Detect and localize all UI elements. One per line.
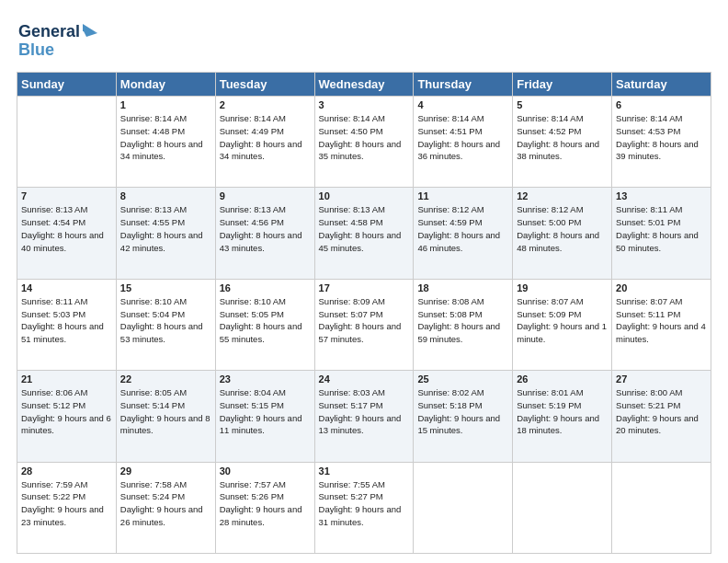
calendar-cell: 18Sunrise: 8:08 AMSunset: 5:08 PMDayligh… [414, 279, 513, 370]
calendar-cell [17, 97, 117, 188]
calendar-cell: 27Sunrise: 8:00 AMSunset: 5:21 PMDayligh… [612, 371, 711, 462]
day-info: Sunrise: 8:13 AMSunset: 4:56 PMDaylight:… [220, 204, 302, 252]
calendar-cell: 4Sunrise: 8:14 AMSunset: 4:51 PMDaylight… [414, 97, 513, 188]
day-number: 15 [120, 282, 211, 293]
day-info: Sunrise: 7:59 AMSunset: 5:22 PMDaylight:… [21, 479, 104, 527]
calendar-cell: 2Sunrise: 8:14 AMSunset: 4:49 PMDaylight… [215, 97, 314, 188]
calendar-cell [513, 462, 612, 553]
day-number: 16 [220, 282, 311, 293]
calendar-cell: 9Sunrise: 8:13 AMSunset: 4:56 PMDaylight… [215, 188, 314, 279]
day-number: 5 [517, 99, 608, 110]
day-info: Sunrise: 8:10 AMSunset: 5:04 PMDaylight:… [120, 296, 203, 344]
calendar-cell: 3Sunrise: 8:14 AMSunset: 4:50 PMDaylight… [314, 97, 414, 188]
weekday-sunday: Sunday [17, 73, 117, 97]
weekday-tuesday: Tuesday [215, 73, 314, 97]
day-number: 21 [21, 373, 112, 385]
header: General Blue [17, 17, 711, 63]
day-number: 31 [319, 465, 410, 477]
day-number: 4 [417, 99, 508, 110]
day-info: Sunrise: 8:10 AMSunset: 5:05 PMDaylight:… [220, 296, 302, 344]
day-number: 23 [220, 373, 311, 385]
day-info: Sunrise: 8:11 AMSunset: 5:01 PMDaylight:… [616, 204, 699, 252]
weekday-saturday: Saturday [612, 73, 711, 97]
day-number: 1 [120, 99, 211, 110]
day-number: 8 [120, 190, 211, 201]
day-info: Sunrise: 7:55 AMSunset: 5:27 PMDaylight:… [319, 479, 402, 527]
day-number: 13 [616, 190, 707, 201]
calendar-cell: 1Sunrise: 8:14 AMSunset: 4:48 PMDaylight… [116, 97, 215, 188]
day-number: 12 [517, 190, 608, 201]
week-row-3: 21Sunrise: 8:06 AMSunset: 5:12 PMDayligh… [17, 371, 711, 462]
day-info: Sunrise: 8:09 AMSunset: 5:07 PMDaylight:… [319, 296, 402, 344]
calendar-cell: 25Sunrise: 8:02 AMSunset: 5:18 PMDayligh… [414, 371, 513, 462]
page: General Blue SundayMondayTuesdayWednesda… [0, 0, 728, 563]
calendar-cell [612, 462, 711, 553]
calendar-cell: 7Sunrise: 8:13 AMSunset: 4:54 PMDaylight… [17, 188, 117, 279]
day-info: Sunrise: 8:12 AMSunset: 5:00 PMDaylight:… [517, 204, 599, 252]
weekday-wednesday: Wednesday [314, 73, 414, 97]
day-number: 25 [417, 373, 508, 385]
calendar-cell: 14Sunrise: 8:11 AMSunset: 5:03 PMDayligh… [17, 279, 117, 370]
day-info: Sunrise: 8:14 AMSunset: 4:48 PMDaylight:… [120, 113, 203, 161]
day-number: 22 [120, 373, 211, 385]
logo: General Blue [17, 17, 99, 63]
day-info: Sunrise: 8:14 AMSunset: 4:52 PMDaylight:… [517, 113, 599, 161]
day-info: Sunrise: 8:14 AMSunset: 4:49 PMDaylight:… [220, 113, 302, 161]
day-number: 29 [120, 465, 211, 477]
day-number: 6 [616, 99, 707, 110]
day-info: Sunrise: 8:02 AMSunset: 5:18 PMDaylight:… [417, 387, 500, 435]
day-number: 18 [417, 282, 508, 293]
day-number: 19 [517, 282, 608, 293]
svg-text:General: General [18, 22, 80, 40]
day-number: 30 [220, 465, 311, 477]
week-row-4: 28Sunrise: 7:59 AMSunset: 5:22 PMDayligh… [17, 462, 711, 553]
day-info: Sunrise: 8:13 AMSunset: 4:54 PMDaylight:… [21, 204, 104, 252]
day-number: 26 [517, 373, 608, 385]
calendar-cell: 12Sunrise: 8:12 AMSunset: 5:00 PMDayligh… [513, 188, 612, 279]
calendar-cell: 16Sunrise: 8:10 AMSunset: 5:05 PMDayligh… [215, 279, 314, 370]
calendar-cell: 17Sunrise: 8:09 AMSunset: 5:07 PMDayligh… [314, 279, 414, 370]
day-info: Sunrise: 8:13 AMSunset: 4:55 PMDaylight:… [120, 204, 203, 252]
day-info: Sunrise: 8:13 AMSunset: 4:58 PMDaylight:… [319, 204, 402, 252]
calendar-cell: 6Sunrise: 8:14 AMSunset: 4:53 PMDaylight… [612, 97, 711, 188]
calendar-cell: 15Sunrise: 8:10 AMSunset: 5:04 PMDayligh… [116, 279, 215, 370]
day-info: Sunrise: 8:14 AMSunset: 4:50 PMDaylight:… [319, 113, 402, 161]
day-number: 14 [21, 282, 112, 293]
day-number: 2 [220, 99, 311, 110]
calendar-cell: 30Sunrise: 7:57 AMSunset: 5:26 PMDayligh… [215, 462, 314, 553]
day-number: 27 [616, 373, 707, 385]
day-info: Sunrise: 8:12 AMSunset: 4:59 PMDaylight:… [417, 204, 500, 252]
day-number: 3 [319, 99, 410, 110]
week-row-0: 1Sunrise: 8:14 AMSunset: 4:48 PMDaylight… [17, 97, 711, 188]
svg-text:Blue: Blue [18, 40, 54, 59]
weekday-friday: Friday [513, 73, 612, 97]
day-number: 28 [21, 465, 112, 477]
day-number: 10 [319, 190, 410, 201]
day-number: 17 [319, 282, 410, 293]
calendar-table: SundayMondayTuesdayWednesdayThursdayFrid… [17, 72, 711, 554]
calendar-cell: 22Sunrise: 8:05 AMSunset: 5:14 PMDayligh… [116, 371, 215, 462]
calendar-cell: 26Sunrise: 8:01 AMSunset: 5:19 PMDayligh… [513, 371, 612, 462]
calendar-cell: 8Sunrise: 8:13 AMSunset: 4:55 PMDaylight… [116, 188, 215, 279]
day-info: Sunrise: 8:08 AMSunset: 5:08 PMDaylight:… [417, 296, 500, 344]
calendar-cell: 28Sunrise: 7:59 AMSunset: 5:22 PMDayligh… [17, 462, 117, 553]
calendar-cell: 31Sunrise: 7:55 AMSunset: 5:27 PMDayligh… [314, 462, 414, 553]
day-info: Sunrise: 8:01 AMSunset: 5:19 PMDaylight:… [517, 387, 599, 435]
logo-svg: General Blue [17, 17, 99, 63]
day-info: Sunrise: 8:04 AMSunset: 5:15 PMDaylight:… [220, 387, 302, 435]
day-info: Sunrise: 8:05 AMSunset: 5:14 PMDaylight:… [120, 387, 210, 435]
calendar-cell: 20Sunrise: 8:07 AMSunset: 5:11 PMDayligh… [612, 279, 711, 370]
day-info: Sunrise: 8:14 AMSunset: 4:51 PMDaylight:… [417, 113, 500, 161]
calendar-cell: 23Sunrise: 8:04 AMSunset: 5:15 PMDayligh… [215, 371, 314, 462]
day-info: Sunrise: 8:06 AMSunset: 5:12 PMDaylight:… [21, 387, 111, 435]
day-number: 20 [616, 282, 707, 293]
day-info: Sunrise: 8:07 AMSunset: 5:09 PMDaylight:… [517, 296, 607, 344]
day-info: Sunrise: 8:14 AMSunset: 4:53 PMDaylight:… [616, 113, 699, 161]
calendar-cell: 24Sunrise: 8:03 AMSunset: 5:17 PMDayligh… [314, 371, 414, 462]
calendar-cell [414, 462, 513, 553]
weekday-thursday: Thursday [414, 73, 513, 97]
week-row-1: 7Sunrise: 8:13 AMSunset: 4:54 PMDaylight… [17, 188, 711, 279]
day-number: 7 [21, 190, 112, 201]
day-number: 11 [417, 190, 508, 201]
day-info: Sunrise: 8:03 AMSunset: 5:17 PMDaylight:… [319, 387, 402, 435]
